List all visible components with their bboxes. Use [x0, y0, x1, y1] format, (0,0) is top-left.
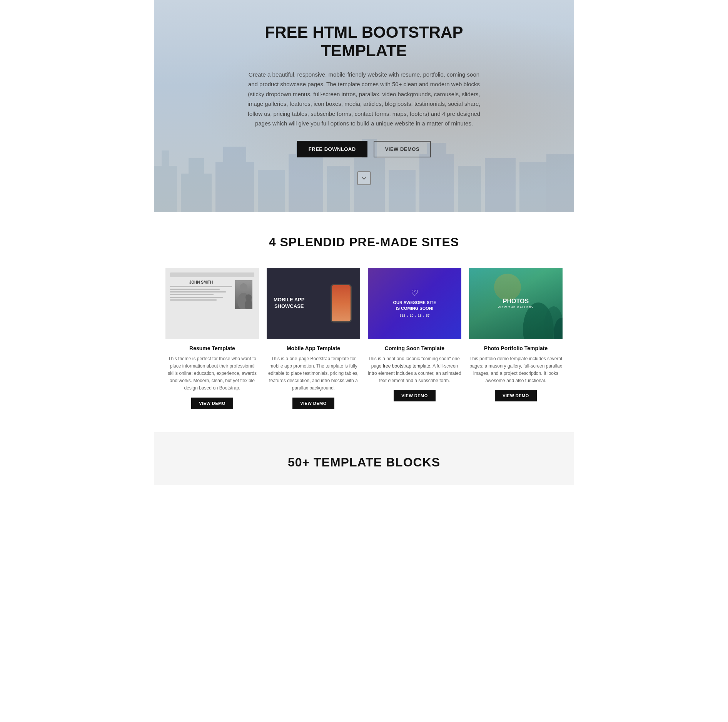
counter-seconds: 57 — [426, 314, 430, 318]
resume-thumb-inner: JOHN SMITH — [165, 268, 259, 339]
resume-description: This theme is perfect for those who want… — [165, 355, 259, 392]
download-button[interactable]: FREE DOWNLOAD — [297, 141, 367, 157]
counter-days: 318 — [399, 314, 405, 318]
photo-portfolio-description: This portfolio demo template includes se… — [469, 355, 563, 385]
heart-icon: ♡ — [411, 289, 419, 297]
photo-portfolio-card: PHOTOS VIEW THE GALLERY Photo Portfolio … — [469, 268, 563, 409]
resume-photo — [235, 280, 252, 309]
photo-portfolio-view-demo-button[interactable]: VIEW DEMO — [495, 390, 537, 401]
resume-person-icon — [235, 280, 252, 309]
svg-rect-17 — [519, 162, 546, 212]
free-bootstrap-link[interactable]: free bootstrap template — [383, 363, 430, 369]
hero-section: FREE HTML BOOTSTRAP TEMPLATE Create a be… — [154, 0, 574, 212]
hero-buttons: FREE DOWNLOAD VIEW DEMOS — [245, 141, 483, 157]
coming-soon-card: ♡ OUR AWESOME SITEIS COMING SOON! 318 : … — [368, 268, 461, 409]
coming-soon-text: OUR AWESOME SITEIS COMING SOON! — [393, 300, 436, 312]
hero-title: FREE HTML BOOTSTRAP TEMPLATE — [245, 23, 483, 60]
resume-line-3 — [170, 291, 226, 292]
resume-title: Resume Template — [165, 345, 259, 351]
premade-section-title: 4 SPLENDID PRE-MADE SITES — [165, 235, 563, 249]
resume-card: JOHN SMITH — [165, 268, 259, 409]
photo-portfolio-title: Photo Portfolio Template — [469, 345, 563, 351]
coming-soon-thumb: ♡ OUR AWESOME SITEIS COMING SOON! 318 : … — [368, 268, 461, 339]
hero-content: FREE HTML BOOTSTRAP TEMPLATE Create a be… — [245, 23, 483, 185]
mobile-thumb-text: MOBILE APPSHOWCASE — [274, 297, 304, 310]
hero-description: Create a beautiful, responsive, mobile-f… — [245, 70, 483, 129]
resume-line-2 — [170, 289, 220, 290]
svg-rect-5 — [223, 147, 246, 212]
coming-soon-counter: 318 : 10 : 18 : 57 — [399, 314, 429, 318]
view-demos-button[interactable]: VIEW DEMOS — [374, 141, 431, 157]
mobile-phone-icon — [331, 284, 352, 323]
svg-rect-3 — [189, 158, 204, 212]
template-blocks-section: 50+ TEMPLATE BLOCKS — [154, 432, 574, 485]
blocks-section-title: 50+ TEMPLATE BLOCKS — [165, 455, 563, 470]
resume-thumb: JOHN SMITH — [165, 268, 259, 339]
mobile-app-card: MOBILE APPSHOWCASE Mobile App Template T… — [267, 268, 360, 409]
photo-text: PHOTOS VIEW THE GALLERY — [498, 298, 534, 309]
mobile-screen — [332, 285, 351, 321]
resume-line-5 — [170, 297, 223, 298]
resume-line-6 — [170, 299, 217, 301]
svg-point-19 — [240, 283, 247, 291]
resume-right — [235, 280, 254, 334]
svg-rect-1 — [162, 150, 169, 212]
photo-sub-text: VIEW THE GALLERY — [498, 306, 534, 309]
coming-soon-title: Coming Soon Template — [368, 345, 461, 351]
coming-soon-view-demo-button[interactable]: VIEW DEMO — [394, 390, 436, 401]
resume-line-4 — [170, 294, 214, 295]
resume-left: JOHN SMITH — [170, 280, 232, 334]
svg-rect-16 — [485, 158, 516, 212]
resume-line-1 — [170, 286, 232, 287]
resume-view-demo-button[interactable]: VIEW DEMO — [191, 398, 233, 409]
svg-rect-18 — [546, 154, 574, 212]
mobile-title: Mobile App Template — [267, 345, 360, 351]
counter-hours: 10 — [409, 314, 413, 318]
chevron-down-icon — [361, 175, 367, 181]
scroll-down-button[interactable] — [357, 171, 371, 185]
counter-minutes: 18 — [418, 314, 422, 318]
sites-grid: JOHN SMITH — [165, 268, 563, 409]
mobile-app-thumb: MOBILE APPSHOWCASE — [267, 268, 360, 339]
premade-sites-section: 4 SPLENDID PRE-MADE SITES JOHN SMITH — [154, 212, 574, 432]
photo-portfolio-thumb: PHOTOS VIEW THE GALLERY — [469, 268, 563, 339]
resume-body: JOHN SMITH — [170, 280, 254, 334]
resume-name: JOHN SMITH — [170, 280, 232, 284]
mobile-description: This is a one-page Bootstrap template fo… — [267, 355, 360, 392]
mobile-view-demo-button[interactable]: VIEW DEMO — [292, 398, 334, 409]
resume-nav — [170, 272, 254, 277]
coming-soon-description: This is a neat and laconic "coming soon"… — [368, 355, 461, 385]
